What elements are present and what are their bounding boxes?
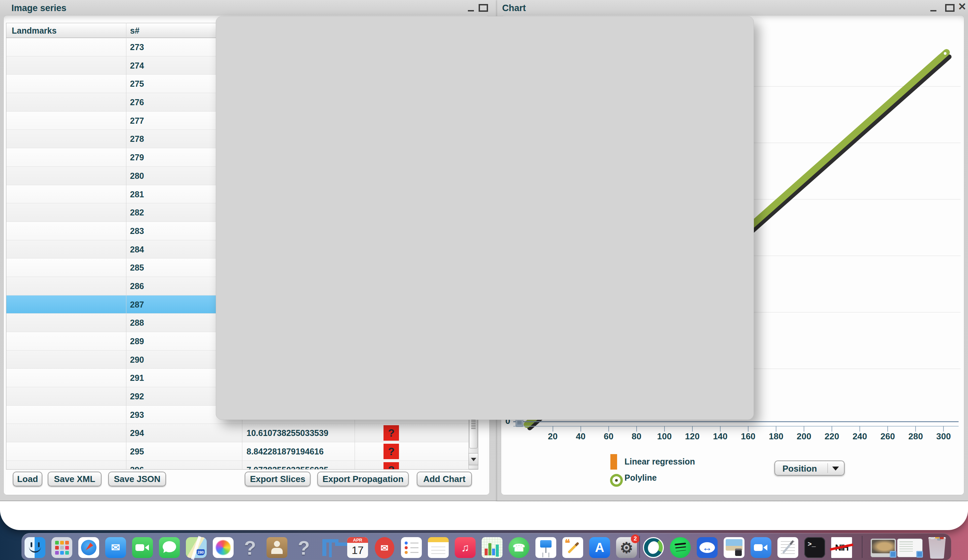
system-settings-icon[interactable]: ⚙2 [616, 537, 637, 558]
table-row[interactable]: 2958.842281879194616? [7, 442, 469, 461]
add-chart-button[interactable]: Add Chart [417, 472, 472, 486]
table-cell: 8.842281879194616 [242, 442, 355, 461]
x-axis-tick [887, 426, 888, 432]
x-axis-tick-label: 240 [846, 431, 874, 442]
save-xml-button[interactable]: Save XML [48, 472, 101, 486]
app-store-icon[interactable]: A [589, 537, 610, 558]
table-cell [7, 167, 126, 185]
table-cell: 10.610738255033539 [242, 424, 355, 442]
table-cell [7, 240, 126, 258]
app-store-glyph: A [589, 537, 610, 558]
position-dropdown[interactable]: Position [774, 461, 845, 476]
zoom-icon[interactable] [751, 537, 771, 558]
maximize-icon[interactable] [945, 4, 955, 12]
missing-app-icon[interactable]: ? [293, 537, 314, 558]
table-cell: 295 [126, 442, 242, 461]
x-axis-tick [832, 426, 832, 432]
x-axis-tick-label: 40 [567, 431, 595, 442]
table-row[interactable]: 2967.0738255033556925? [7, 461, 469, 469]
teamviewer-icon[interactable]: ↔ [697, 537, 718, 558]
close-icon[interactable]: ✕ [958, 1, 966, 13]
textedit-icon[interactable] [777, 537, 798, 558]
x-axis-tick [915, 426, 916, 432]
table-cell [7, 112, 126, 130]
missing-landmark-flag[interactable]: ? [383, 444, 399, 459]
x-axis-tick-label: 220 [818, 431, 846, 442]
notification-badge: 2 [631, 534, 640, 543]
calendar-month-label: APR [347, 537, 368, 543]
whatsapp-icon[interactable]: ☎ [509, 537, 529, 558]
keynote-icon[interactable] [535, 537, 556, 558]
x-axis-tick [720, 426, 721, 432]
maximize-icon[interactable] [479, 4, 488, 12]
export-propagation-button[interactable]: Export Propagation [317, 472, 409, 486]
image-capture-icon[interactable] [724, 537, 744, 558]
legend-label-polyline: Polyline [625, 473, 657, 483]
minimize-icon[interactable] [468, 10, 474, 12]
numbers-chart-app-icon[interactable] [482, 537, 502, 558]
x-axis-tick-label: 200 [790, 431, 818, 442]
column-header-landmarks[interactable]: Landmarks [7, 23, 126, 38]
table-cell [7, 75, 126, 93]
x-axis-tick-label: 180 [762, 431, 790, 442]
table-cell: ? [355, 461, 469, 469]
table-cell [7, 351, 126, 369]
screen: Image series Landmarks s# 27327427527627… [0, 0, 968, 560]
table-bottom-border [6, 469, 478, 470]
table-cell: 294 [126, 424, 242, 442]
x-axis-tick [580, 426, 581, 432]
x-axis-tick [859, 426, 860, 432]
pages-icon[interactable] [562, 537, 583, 558]
music-icon[interactable]: ♫ [455, 537, 476, 558]
minimized-window-brain-image-icon[interactable] [870, 538, 896, 557]
imagej-nih-glyph: NIH [831, 537, 852, 558]
launchpad-icon[interactable] [51, 537, 72, 558]
legend-label-linear-regression: Linear regression [625, 457, 695, 467]
table-cell [7, 38, 126, 56]
webex-icon[interactable] [643, 537, 664, 558]
finder-icon[interactable] [25, 537, 45, 558]
minimize-icon[interactable] [930, 10, 937, 12]
save-json-button[interactable]: Save JSON [108, 472, 166, 486]
x-axis-tick-label: 260 [874, 431, 902, 442]
photos-icon[interactable] [213, 537, 234, 558]
export-slices-button[interactable]: Export Slices [245, 472, 310, 486]
safari-icon[interactable] [78, 537, 99, 558]
x-axis-tick-label: 160 [734, 431, 762, 442]
table-cell [7, 93, 126, 111]
x-axis-line [513, 421, 959, 422]
reminders-icon[interactable] [401, 537, 422, 558]
teamviewer-glyph: ↔ [697, 537, 718, 558]
contacts-icon[interactable] [267, 537, 287, 558]
table-cell [7, 130, 126, 148]
blue-imaging-app-icon[interactable] [320, 537, 341, 558]
mail-icon[interactable]: ✉ [105, 537, 126, 558]
missing-app-icon[interactable]: ? [240, 537, 260, 558]
maps-icon[interactable]: 280 [186, 537, 207, 558]
scrollbar-down-button[interactable] [469, 453, 478, 465]
load-button[interactable]: Load [13, 472, 42, 486]
x-axis-tick [664, 426, 665, 432]
x-axis-tick [636, 426, 637, 432]
messages-icon[interactable] [159, 537, 180, 558]
legend-swatch-linear-regression [610, 454, 617, 470]
imagej-nih-icon[interactable]: NIH [831, 537, 852, 558]
missing-landmark-flag[interactable]: ? [383, 462, 399, 469]
facetime-icon[interactable] [132, 537, 153, 558]
table-cell [7, 369, 126, 387]
table-cell: 7.0738255033556925 [242, 461, 355, 469]
terminal-icon[interactable]: >_ [804, 537, 825, 558]
calendar-icon[interactable]: APR17 [347, 537, 368, 558]
spotify-icon[interactable] [670, 537, 691, 558]
notes-icon[interactable] [428, 537, 449, 558]
missing-app-glyph: ? [240, 537, 260, 558]
minimized-window-list-icon[interactable] [897, 538, 923, 557]
table-cell [7, 387, 126, 405]
red-mail-app-icon[interactable]: ✉ [375, 537, 394, 558]
scrollbar-grip [471, 420, 476, 421]
table-cell [7, 332, 126, 350]
missing-landmark-flag[interactable]: ? [383, 425, 399, 441]
table-cell [7, 185, 126, 203]
trash-icon[interactable] [928, 537, 946, 558]
table-row[interactable]: 29410.610738255033539? [7, 424, 469, 442]
